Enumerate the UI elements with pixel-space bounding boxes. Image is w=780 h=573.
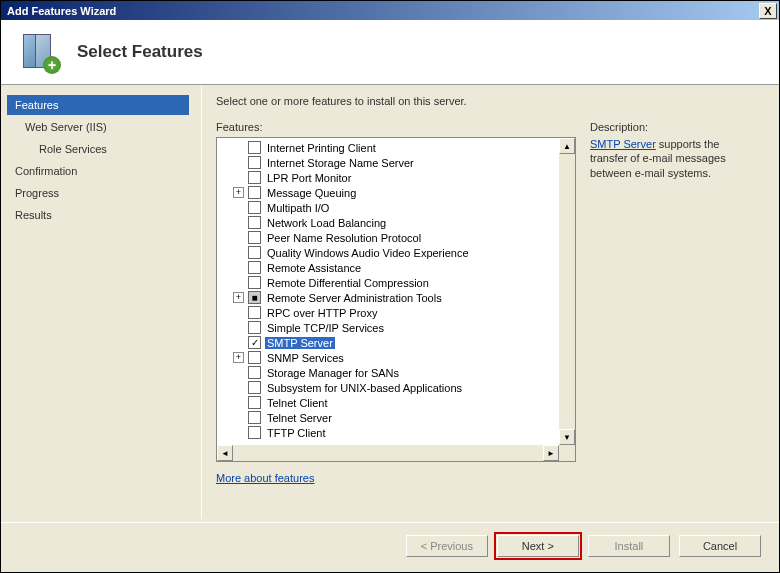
tree-item-label: TFTP Client <box>265 427 327 439</box>
sidebar-item[interactable]: Confirmation <box>7 161 189 181</box>
tree-item-label: Multipath I/O <box>265 202 331 214</box>
tree-item-label: Internet Printing Client <box>265 142 378 154</box>
checkbox[interactable] <box>248 171 261 184</box>
checkbox[interactable] <box>248 231 261 244</box>
tree-item-label: Telnet Client <box>265 397 330 409</box>
button-bar: < Previous Next > Install Cancel <box>1 522 779 572</box>
tree-item[interactable]: +Message Queuing <box>219 185 557 200</box>
tree-item[interactable]: Remote Differential Compression <box>219 275 557 290</box>
expander-icon[interactable]: + <box>233 352 244 363</box>
sidebar-item[interactable]: Web Server (IIS) <box>7 117 189 137</box>
scroll-left-icon[interactable]: ◄ <box>217 445 233 461</box>
instruction-text: Select one or more features to install o… <box>216 95 757 107</box>
tree-item-label: Internet Storage Name Server <box>265 157 416 169</box>
tree-item-label: Remote Server Administration Tools <box>265 292 444 304</box>
description-label: Description: <box>590 121 755 133</box>
scroll-down-icon[interactable]: ▼ <box>559 429 575 445</box>
checkbox[interactable] <box>248 321 261 334</box>
features-tree: Internet Printing ClientInternet Storage… <box>216 137 576 462</box>
horizontal-scrollbar[interactable]: ◄ ► <box>217 445 559 461</box>
tree-item-label: Storage Manager for SANs <box>265 367 401 379</box>
cancel-button[interactable]: Cancel <box>679 535 761 557</box>
next-button[interactable]: Next > <box>497 535 579 557</box>
tree-item[interactable]: +SNMP Services <box>219 350 557 365</box>
sidebar-item[interactable]: Role Services <box>7 139 189 159</box>
title-bar: Add Features Wizard X <box>1 1 779 20</box>
tree-item[interactable]: Network Load Balancing <box>219 215 557 230</box>
checkbox[interactable] <box>248 186 261 199</box>
tree-item[interactable]: Internet Storage Name Server <box>219 155 557 170</box>
checkbox[interactable] <box>248 216 261 229</box>
tree-item[interactable]: Quality Windows Audio Video Experience <box>219 245 557 260</box>
checkbox[interactable] <box>248 351 261 364</box>
checkbox[interactable]: ■ <box>248 291 261 304</box>
page-title: Select Features <box>77 42 203 62</box>
tree-item-label: Telnet Server <box>265 412 334 424</box>
tree-item-label: Network Load Balancing <box>265 217 388 229</box>
previous-button[interactable]: < Previous <box>406 535 488 557</box>
tree-item-label: Remote Assistance <box>265 262 363 274</box>
wizard-header: + Select Features <box>1 20 779 85</box>
wizard-icon: + <box>19 32 59 72</box>
tree-item-label: SNMP Services <box>265 352 346 364</box>
tree-item[interactable]: Internet Printing Client <box>219 140 557 155</box>
sidebar-item[interactable]: Results <box>7 205 189 225</box>
tree-item[interactable]: Subsystem for UNIX-based Applications <box>219 380 557 395</box>
checkbox[interactable] <box>248 276 261 289</box>
sidebar-item[interactable]: Features <box>7 95 189 115</box>
install-button[interactable]: Install <box>588 535 670 557</box>
vertical-scrollbar[interactable]: ▲ ▼ <box>559 138 575 445</box>
tree-item[interactable]: ✓SMTP Server <box>219 335 557 350</box>
tree-item[interactable]: Storage Manager for SANs <box>219 365 557 380</box>
tree-item[interactable]: Simple TCP/IP Services <box>219 320 557 335</box>
tree-item[interactable]: Peer Name Resolution Protocol <box>219 230 557 245</box>
tree-item-label: Message Queuing <box>265 187 358 199</box>
checkbox[interactable] <box>248 306 261 319</box>
close-icon: X <box>764 5 771 17</box>
tree-item-label: Peer Name Resolution Protocol <box>265 232 423 244</box>
tree-item[interactable]: LPR Port Monitor <box>219 170 557 185</box>
expander-icon[interactable]: + <box>233 187 244 198</box>
tree-item-label: RPC over HTTP Proxy <box>265 307 379 319</box>
expander-icon[interactable]: + <box>233 292 244 303</box>
description-text: SMTP Server supports the transfer of e-m… <box>590 137 755 180</box>
tree-item[interactable]: +■Remote Server Administration Tools <box>219 290 557 305</box>
scroll-right-icon[interactable]: ► <box>543 445 559 461</box>
checkbox[interactable] <box>248 366 261 379</box>
close-button[interactable]: X <box>759 3 777 19</box>
wizard-main: Select one or more features to install o… <box>201 85 779 519</box>
tree-item[interactable]: TFTP Client <box>219 425 557 440</box>
tree-item[interactable]: Telnet Server <box>219 410 557 425</box>
checkbox[interactable] <box>248 201 261 214</box>
tree-item-label: LPR Port Monitor <box>265 172 353 184</box>
tree-item-label: SMTP Server <box>265 337 335 349</box>
tree-item-label: Remote Differential Compression <box>265 277 431 289</box>
checkbox[interactable] <box>248 156 261 169</box>
tree-item[interactable]: Remote Assistance <box>219 260 557 275</box>
tree-item[interactable]: Telnet Client <box>219 395 557 410</box>
checkbox[interactable] <box>248 381 261 394</box>
more-about-link[interactable]: More about features <box>216 472 314 484</box>
checkbox[interactable] <box>248 141 261 154</box>
tree-item-label: Quality Windows Audio Video Experience <box>265 247 471 259</box>
sidebar-item[interactable]: Progress <box>7 183 189 203</box>
tree-label: Features: <box>216 121 576 133</box>
wizard-sidebar: FeaturesWeb Server (IIS)Role ServicesCon… <box>1 85 201 519</box>
tree-item-label: Subsystem for UNIX-based Applications <box>265 382 464 394</box>
description-link[interactable]: SMTP Server <box>590 138 656 150</box>
tree-item[interactable]: RPC over HTTP Proxy <box>219 305 557 320</box>
tree-item-label: Simple TCP/IP Services <box>265 322 386 334</box>
checkbox[interactable] <box>248 426 261 439</box>
checkbox[interactable] <box>248 411 261 424</box>
checkbox[interactable]: ✓ <box>248 336 261 349</box>
checkbox[interactable] <box>248 246 261 259</box>
window-title: Add Features Wizard <box>3 5 759 17</box>
checkbox[interactable] <box>248 261 261 274</box>
checkbox[interactable] <box>248 396 261 409</box>
scroll-up-icon[interactable]: ▲ <box>559 138 575 154</box>
tree-item[interactable]: Multipath I/O <box>219 200 557 215</box>
